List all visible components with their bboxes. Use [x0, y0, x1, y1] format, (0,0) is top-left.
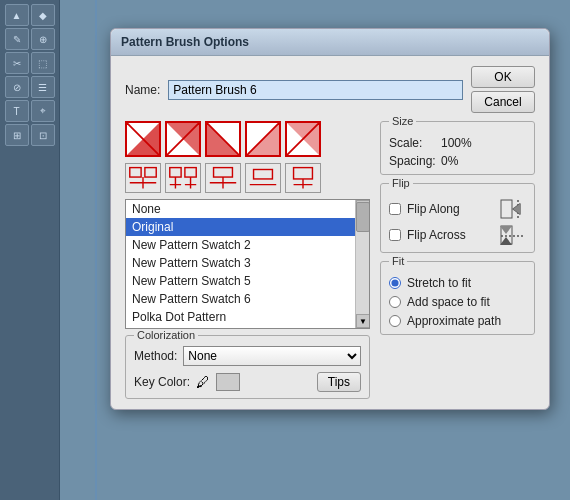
tips-button[interactable]: Tips: [317, 372, 361, 392]
tile-icons-row: [125, 121, 370, 157]
subtile-icon-3[interactable]: [205, 163, 241, 193]
name-label: Name:: [125, 83, 160, 97]
tile-icon-5[interactable]: [285, 121, 321, 157]
flip-across-label: Flip Across: [407, 228, 466, 242]
pattern-list-item[interactable]: Original: [126, 218, 355, 236]
fit-label-1: Add space to fit: [407, 295, 490, 309]
key-color-label: Key Color:: [134, 375, 190, 389]
tile-icon-3[interactable]: [205, 121, 241, 157]
svg-marker-41: [513, 203, 521, 215]
dialog: Pattern Brush Options Name: OK Cancel: [110, 28, 550, 410]
spacing-value: 0%: [441, 154, 458, 168]
toolbar-icon-7[interactable]: ⊘: [5, 76, 29, 98]
scroll-thumb[interactable]: [356, 202, 370, 232]
tile-icon-1[interactable]: [125, 121, 161, 157]
toolbar-icon-8[interactable]: ☰: [31, 76, 55, 98]
fit-radio-2[interactable]: [389, 315, 401, 327]
eyedropper-icon[interactable]: 🖊: [196, 374, 210, 390]
name-input[interactable]: [168, 80, 463, 100]
flip-section: Flip Flip Along: [380, 183, 535, 253]
cancel-button[interactable]: Cancel: [471, 91, 535, 113]
pattern-scrollbar[interactable]: ▲ ▼: [355, 200, 369, 328]
toolbar-icon-1[interactable]: ▲: [5, 4, 29, 26]
toolbar-icon-4[interactable]: ⊕: [31, 28, 55, 50]
toolbar-icon-11[interactable]: ⊞: [5, 124, 29, 146]
dialog-title: Pattern Brush Options: [121, 35, 249, 49]
scale-value: 100%: [441, 136, 472, 150]
spacing-label: Spacing:: [389, 154, 437, 168]
svg-marker-45: [500, 226, 512, 234]
pattern-list-item[interactable]: New Pattern Swatch 5: [126, 272, 355, 290]
pattern-list-item[interactable]: New Pattern Swatch 6: [126, 290, 355, 308]
svg-rect-38: [501, 200, 512, 218]
dialog-titlebar: Pattern Brush Options: [111, 29, 549, 56]
pattern-list: NoneOriginalNew Pattern Swatch 2New Patt…: [125, 199, 370, 329]
scale-label: Scale:: [389, 136, 437, 150]
toolbar-icon-2[interactable]: ◆: [31, 4, 55, 26]
svg-marker-43: [500, 237, 512, 245]
toolbar-icon-6[interactable]: ⬚: [31, 52, 55, 74]
colorization-section: Colorization Method: None Tints Tints an…: [125, 335, 370, 399]
tile-icon-2[interactable]: [165, 121, 201, 157]
fit-radio-0[interactable]: [389, 277, 401, 289]
fit-section-label: Fit: [389, 255, 407, 267]
method-select[interactable]: None Tints Tints and Shades Hue Shift: [183, 346, 361, 366]
toolbar-icon-3[interactable]: ✎: [5, 28, 29, 50]
flip-along-icon: [500, 198, 526, 220]
size-section: Size Scale: 100% Spacing: 0%: [380, 121, 535, 175]
subtile-icons-row: [125, 163, 370, 193]
scroll-down-arrow[interactable]: ▼: [356, 314, 370, 328]
subtile-icon-5[interactable]: [285, 163, 321, 193]
flip-across-checkbox[interactable]: [389, 229, 401, 241]
toolbar-icon-9[interactable]: T: [5, 100, 29, 122]
ok-button[interactable]: OK: [471, 66, 535, 88]
fit-label-2: Approximate path: [407, 314, 501, 328]
fit-section: Fit Stretch to fitAdd space to fitApprox…: [380, 261, 535, 335]
fit-label-0: Stretch to fit: [407, 276, 471, 290]
pattern-list-item[interactable]: New Pattern Swatch 3: [126, 254, 355, 272]
pattern-list-item[interactable]: None: [126, 200, 355, 218]
colorization-label: Colorization: [134, 329, 198, 341]
pattern-list-item[interactable]: New Pattern Swatch 2: [126, 236, 355, 254]
flip-section-label: Flip: [389, 177, 413, 189]
size-section-label: Size: [389, 115, 416, 127]
fit-radio-1[interactable]: [389, 296, 401, 308]
toolbar-icon-12[interactable]: ⊡: [31, 124, 55, 146]
flip-along-checkbox[interactable]: [389, 203, 401, 215]
flip-across-icon: [500, 224, 526, 246]
subtile-icon-2[interactable]: [165, 163, 201, 193]
flip-along-label: Flip Along: [407, 202, 460, 216]
toolbar-icon-5[interactable]: ✂: [5, 52, 29, 74]
toolbar-icon-10[interactable]: ⌖: [31, 100, 55, 122]
method-label: Method:: [134, 349, 177, 363]
tile-icon-4[interactable]: [245, 121, 281, 157]
subtile-icon-1[interactable]: [125, 163, 161, 193]
pattern-list-item[interactable]: Polka Dot Pattern: [126, 308, 355, 326]
key-color-swatch[interactable]: [216, 373, 240, 391]
svg-rect-31: [246, 164, 280, 192]
subtile-icon-4[interactable]: [245, 163, 281, 193]
toolbar: ▲ ◆ ✎ ⊕ ✂ ⬚ ⊘ ☰ T ⌖ ⊞ ⊡: [0, 0, 60, 500]
